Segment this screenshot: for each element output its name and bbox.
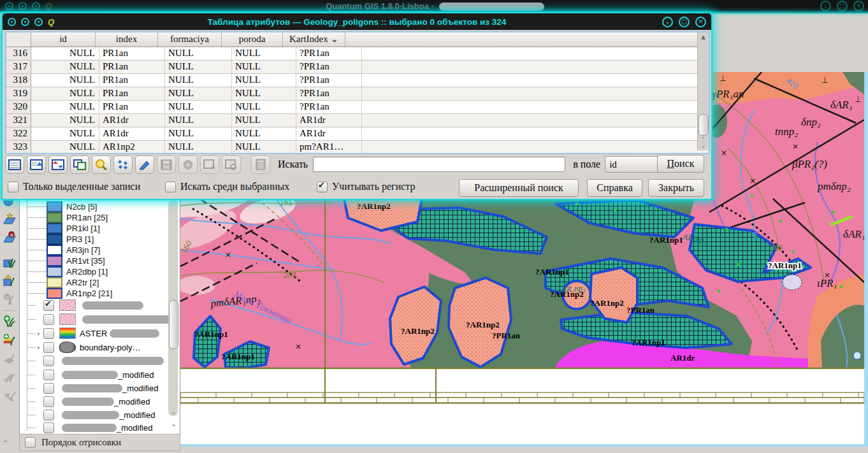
checkbox-checked[interactable] [317,182,328,192]
layers-scrollbar[interactable] [168,199,178,416]
layer-item[interactable] [20,313,171,325]
zoom-to-selection-button[interactable] [92,155,111,174]
layer-item[interactable]: _modified [20,383,158,394]
grass-region-icon[interactable] [1,254,18,271]
expander-icon[interactable]: › [37,343,43,352]
table-scroll-chevron-down-icon[interactable]: ⌄ [698,143,709,149]
legend-item-N2cb[interactable]: N2cb [5] [20,201,97,212]
tree-stub [27,239,47,240]
dialog-button-2-icon[interactable] [21,18,29,26]
layers-scrollbar-thumb[interactable] [169,300,178,349]
table-scroll-chevron-up-icon[interactable]: ⌃ [698,136,709,143]
move-selection-top-button[interactable] [27,155,46,174]
layer-visibility-checkbox[interactable] [43,410,54,421]
footer-checkbox-1[interactable]: Искать среди выбранных [165,181,289,192]
maximize-icon[interactable]: ▢ [837,1,848,11]
close-icon[interactable]: ✕ [853,1,864,11]
table-row[interactable]: 323NULLAR1np2NULLNULLpm?AR1… [6,141,709,154]
dialog-maximize-icon[interactable]: ▢ [679,17,690,27]
layer-visibility-checkbox[interactable] [43,328,54,339]
layer-item[interactable]: _modified [20,410,155,421]
row-number-cell: 320 [6,101,31,113]
table-cell: PR1an [99,61,165,73]
attribute-table-dialog: Q Таблица атрибутов — Geology_poligons :… [1,12,712,200]
legend-item-PR1an[interactable]: PR1an [25] [20,212,108,222]
dialog-close-icon[interactable]: ✕ [695,17,706,27]
layer-item[interactable]: _modified [20,422,152,433]
toggle-editing-button[interactable] [135,155,154,174]
legend-item-AR1np2[interactable]: AR1np2 [21] [20,288,112,298]
window-menu-icon[interactable] [5,2,13,10]
grass-new-mapset-icon[interactable]: ★ [1,273,18,289]
search-input[interactable] [313,157,565,172]
legend-item-PR1kl[interactable]: PR1kl [1] [20,223,100,233]
layer-item[interactable]: _modified [20,370,154,380]
grass-add-vector-icon[interactable] [1,313,18,330]
legend-item-AR1vt[interactable]: AR1vt [35] [20,255,105,266]
scroll-down-icon[interactable]: ⌄ [171,420,177,428]
dialog-button-3-icon[interactable] [34,18,43,26]
layer-visibility-checkbox[interactable] [43,342,54,353]
table-row[interactable]: 317NULLPR1anNULLNULL?PR1an [6,61,709,74]
copy-rows-button[interactable] [70,155,89,174]
remove-vector-layer-icon[interactable]: ✕ [1,229,18,246]
dialog-titlebar[interactable]: Q Таблица атрибутов — Geology_poligons :… [3,13,711,30]
layer-visibility-checkbox[interactable] [43,422,54,433]
table-scrollbar[interactable]: ▲ ⌃ ⌄ [697,32,709,150]
table-row[interactable]: 318NULLPR1anNULLNULL?PR1an [6,74,709,87]
column-header-id[interactable]: id [31,32,96,47]
layer-visibility-checkbox[interactable] [43,396,54,407]
layer-item-ASTER[interactable]: ›ASTER [20,327,159,339]
draw-order-checkbox[interactable] [25,437,36,448]
footer-checkbox-0[interactable]: Только выделенные записи [8,181,140,192]
layer-item-boundary-poly…[interactable]: ›boundary-poly… [20,342,140,353]
layer-visibility-checkbox[interactable] [43,370,54,380]
close-button[interactable]: Закрыть [648,179,704,197]
scroll-up-icon[interactable]: ⌃ [171,411,177,419]
expander-icon[interactable]: › [37,329,43,338]
layer-item[interactable] [20,299,143,311]
dialog-menu-icon[interactable] [8,18,16,26]
table-row[interactable]: 319NULLPR1anNULLNULL?PR1an [6,87,709,101]
new-vector-layer-icon[interactable]: ★ [1,211,18,227]
checkbox[interactable] [8,182,18,192]
dialog-minimize-icon[interactable]: ⌄ [662,17,673,27]
minimize-icon[interactable]: ⌄ [820,1,831,11]
window-button-2-icon[interactable] [18,2,27,10]
layer-visibility-checkbox[interactable] [43,300,54,311]
table-cell: ?PR1an [296,74,362,87]
checkbox[interactable] [165,182,176,192]
legend-item-AR2tr[interactable]: AR2tr [2] [20,277,99,287]
table-row[interactable]: 321NULLAR1drNULLNULLAR1dr [6,114,709,127]
layer-visibility-checkbox[interactable] [43,356,54,366]
layer-visibility-checkbox[interactable] [43,314,54,325]
layer-item[interactable] [20,356,164,366]
window-button-3-icon[interactable] [32,2,40,10]
column-header-KartIndex[interactable]: KartIndex ⌄ [283,32,345,47]
grass-add-raster-icon[interactable] [1,332,18,349]
invert-selection-button[interactable] [48,155,68,174]
column-header-index[interactable]: index [96,32,158,47]
column-header-poroda[interactable]: poroda [222,32,283,47]
unselect-all-button[interactable] [5,155,24,174]
search-button[interactable]: Поиск [657,155,704,173]
legend-item-AR2dbp[interactable]: AR2dbp [1] [20,266,108,277]
pan-to-selection-button[interactable] [113,155,133,174]
toolbar-overflow-icon[interactable]: ⌄ [3,436,8,444]
table-scroll-up-icon[interactable]: ▲ [698,34,709,40]
table-row[interactable]: 322NULLAR1drNULLNULLAR1dr [6,127,709,141]
column-header-formaciya[interactable]: formaciya [158,32,222,47]
table-row[interactable]: 316NULLPR1anNULLNULL?PR1an [6,47,709,61]
table-scrollbar-thumb[interactable] [698,114,709,136]
advanced-search-button[interactable]: Расширенный поиск [459,179,579,197]
help-button[interactable]: Справка [587,179,642,197]
table-cell: NULL [165,127,232,140]
layer-item[interactable]: _modified [20,396,150,407]
layer-visibility-checkbox[interactable] [43,383,54,394]
footer-checkbox-2[interactable]: Учитывать регистр [317,181,416,192]
legend-item-AR3jn[interactable]: AR3jn [7] [20,245,100,255]
legend-item-PR3[interactable]: PR3 [1] [20,234,94,244]
toolbar-separator: · · · · [0,248,19,253]
svg-text:✕: ✕ [10,233,14,238]
table-row[interactable]: 320NULLPR1anNULLNULL?PR1an [6,101,709,114]
